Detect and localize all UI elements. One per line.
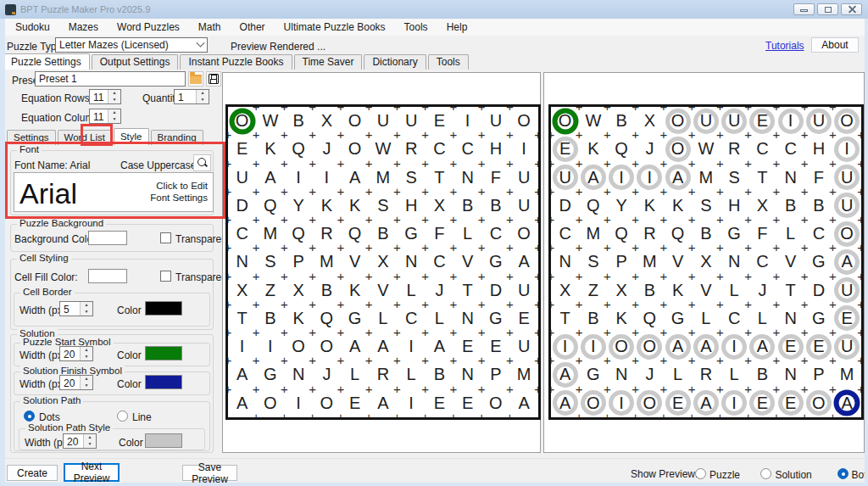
equation-columns-stepper[interactable]: 11 ▲▼ bbox=[89, 109, 121, 124]
maze-cell-letter: A bbox=[341, 164, 369, 192]
maze-cell-letter: U bbox=[833, 277, 861, 304]
background-color-swatch[interactable] bbox=[88, 231, 127, 245]
cell-border-width-stepper[interactable]: 5 ▲▼ bbox=[59, 301, 93, 316]
start-color-swatch[interactable] bbox=[145, 346, 182, 360]
save-preview-button[interactable]: Save Preview bbox=[182, 465, 237, 481]
start-width-stepper[interactable]: 20 ▲▼ bbox=[59, 346, 93, 361]
about-button[interactable]: About bbox=[811, 37, 859, 53]
path-width-stepper[interactable]: 20 ▲▼ bbox=[63, 433, 97, 449]
spinner-up-icon[interactable]: ▲ bbox=[81, 347, 92, 354]
menu-item-other[interactable]: Other bbox=[231, 19, 275, 36]
maze-cell-letter: G bbox=[481, 304, 509, 332]
maze-cell-letter: U bbox=[833, 192, 861, 220]
maze-cell-letter: E bbox=[551, 135, 579, 163]
maze-cell-letter: T bbox=[228, 304, 256, 332]
maze-cell-letter: O bbox=[256, 389, 284, 417]
maze-cell-letter: L bbox=[776, 220, 804, 248]
spinner-up-icon[interactable]: ▲ bbox=[84, 434, 96, 441]
tab-tools[interactable]: Tools bbox=[428, 54, 469, 70]
maze-cell-letter: N bbox=[228, 248, 256, 276]
tab-output-settings[interactable]: Output Settings bbox=[92, 54, 179, 70]
menu-item-word-puzzles[interactable]: Word Puzzles bbox=[108, 19, 189, 36]
maze-cell-letter: K bbox=[608, 304, 636, 332]
spinner-down-icon[interactable]: ▼ bbox=[84, 441, 96, 448]
spinner-down-icon[interactable]: ▼ bbox=[81, 383, 92, 389]
finish-color-swatch[interactable] bbox=[145, 375, 182, 389]
close-button[interactable] bbox=[841, 3, 862, 15]
maze-cell-letter: C bbox=[776, 135, 804, 163]
style-tab-strip: SettingsWord ListStyleBranding bbox=[7, 128, 205, 145]
maze-cell-letter: R bbox=[398, 135, 426, 163]
create-button[interactable]: Create bbox=[7, 465, 58, 481]
tab-dictionary[interactable]: Dictionary bbox=[364, 54, 426, 70]
cell-fill-transparent-checkbox[interactable] bbox=[160, 271, 171, 282]
maze-cell-letter: G bbox=[664, 304, 692, 332]
maze-cell-letter: V bbox=[776, 248, 804, 276]
cell-border-color-swatch[interactable] bbox=[145, 301, 182, 316]
tab-puzzle-settings[interactable]: Puzzle Settings bbox=[3, 53, 90, 70]
tutorials-link[interactable]: Tutorials bbox=[765, 40, 804, 52]
status-text: Preview Rendered ... bbox=[231, 41, 326, 53]
next-preview-button[interactable]: Next Preview bbox=[64, 463, 120, 482]
maze-cell-letter: G bbox=[721, 220, 748, 248]
maze-cell-letter: K bbox=[664, 277, 692, 304]
tab-time-saver[interactable]: Time Saver bbox=[294, 54, 363, 70]
cell-fill-color-swatch[interactable] bbox=[88, 269, 127, 283]
puzzle-type-dropdown[interactable]: Letter Mazes (Licensed) bbox=[55, 37, 208, 53]
maze-cell-letter: I bbox=[453, 107, 481, 135]
finish-width-stepper[interactable]: 20 ▲▼ bbox=[59, 375, 93, 390]
maze-cell-letter: I bbox=[776, 107, 804, 135]
maze-cell-letter: M bbox=[510, 360, 538, 388]
maze-cell-letter: E bbox=[481, 332, 509, 360]
spinner-up-icon[interactable]: ▲ bbox=[108, 90, 120, 97]
menu-item-tools[interactable]: Tools bbox=[395, 19, 437, 36]
maze-cell-letter: O bbox=[664, 107, 692, 135]
style-subtab-style[interactable]: Style bbox=[114, 128, 149, 145]
spinner-down-icon[interactable]: ▼ bbox=[108, 116, 120, 123]
save-preset-button[interactable] bbox=[206, 71, 221, 87]
spinner-down-icon[interactable]: ▼ bbox=[197, 97, 209, 103]
spinner-down-icon[interactable]: ▼ bbox=[81, 354, 92, 360]
maze-cell-letter: T bbox=[453, 277, 481, 304]
menu-item-help[interactable]: Help bbox=[437, 19, 477, 36]
maximize-button[interactable] bbox=[817, 3, 838, 15]
font-preview-box[interactable]: Arial Click to Edit Font Settings bbox=[14, 172, 214, 212]
background-transparent-checkbox[interactable] bbox=[160, 232, 171, 243]
menu-item-math[interactable]: Math bbox=[189, 19, 231, 36]
maze-cell-letter: W bbox=[369, 135, 397, 163]
maze-cell-letter: F bbox=[748, 220, 776, 248]
maze-cell-letter: X bbox=[369, 248, 397, 276]
spinner-up-icon[interactable]: ▲ bbox=[108, 109, 120, 116]
spinner-up-icon[interactable]: ▲ bbox=[81, 302, 92, 309]
spinner-up-icon[interactable]: ▲ bbox=[197, 90, 209, 97]
maze-cell-letter: N bbox=[453, 304, 481, 332]
minimize-button[interactable] bbox=[793, 3, 815, 15]
font-preview-text: Arial bbox=[19, 177, 77, 210]
show-preview-radio-puzzle[interactable] bbox=[695, 468, 706, 479]
spinner-down-icon[interactable]: ▼ bbox=[108, 97, 120, 103]
spinner-down-icon[interactable]: ▼ bbox=[81, 309, 92, 316]
menu-item-sudoku[interactable]: Sudoku bbox=[6, 19, 59, 36]
menu-item-mazes[interactable]: Mazes bbox=[59, 19, 108, 36]
open-preset-button[interactable] bbox=[188, 71, 203, 87]
solution-path-title: Solution Path bbox=[20, 395, 83, 405]
style-subtab-word-list[interactable]: Word List bbox=[58, 130, 112, 145]
font-search-button[interactable] bbox=[193, 154, 211, 171]
preset-input[interactable]: Preset 1 bbox=[35, 71, 186, 87]
tab-instant-puzzle-books[interactable]: Instant Puzzle Books bbox=[180, 54, 292, 70]
spinner-up-icon[interactable]: ▲ bbox=[81, 376, 92, 383]
maze-cell-letter: L bbox=[426, 304, 453, 332]
style-subtab-settings[interactable]: Settings bbox=[7, 130, 56, 145]
path-line-radio[interactable] bbox=[117, 411, 128, 422]
path-dots-radio[interactable] bbox=[24, 411, 35, 422]
equation-rows-stepper[interactable]: 11 ▲▼ bbox=[89, 89, 121, 104]
maze-cell-letter: V bbox=[453, 248, 481, 276]
path-color-swatch[interactable] bbox=[145, 433, 182, 448]
menu-item-ultimate-puzzle-books[interactable]: Ultimate Puzzle Books bbox=[275, 19, 395, 36]
maze-cell-letter: G bbox=[341, 304, 369, 332]
show-preview-radio-both[interactable] bbox=[837, 468, 849, 479]
quantity-stepper[interactable]: 1 ▲▼ bbox=[174, 89, 209, 104]
maze-cell-letter: C bbox=[748, 248, 776, 276]
style-subtab-branding[interactable]: Branding bbox=[151, 130, 203, 145]
maze-cell-letter: S bbox=[256, 248, 284, 276]
